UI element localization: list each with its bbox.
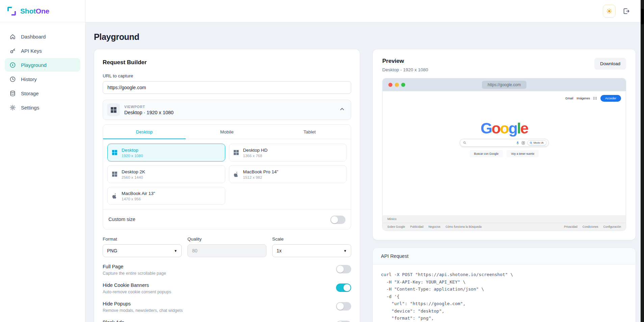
viewport-value: Desktop · 1920 x 1080 [124, 110, 174, 115]
chevron-down-icon: ▼ [174, 249, 177, 253]
microphone-icon [516, 141, 519, 145]
sidebar-item-storage[interactable]: Storage [5, 86, 80, 100]
key-icon [9, 48, 16, 54]
apple-logo-icon [234, 172, 239, 177]
close-window-icon [388, 83, 392, 87]
images-link: Imágenes [576, 97, 590, 100]
full-page-title: Full Page [103, 264, 166, 269]
device-grid: Desktop1920 x 1080 Desktop HD1366 x 768 … [103, 139, 351, 209]
sparkle-search-icon [530, 142, 533, 144]
sidebar-item-playground[interactable]: Playground [5, 58, 80, 72]
google-logo: Google [383, 120, 626, 137]
tab-mobile[interactable]: Mobile [186, 125, 268, 139]
device-option-desktop-2k[interactable]: Desktop 2K2560 x 1440 [107, 165, 225, 183]
google-footer-country: México [383, 215, 626, 223]
quality-label: Quality [187, 237, 266, 242]
theme-toggle-button[interactable] [603, 5, 616, 18]
brand: ShotOne [0, 0, 85, 22]
chevron-up-icon [339, 106, 345, 113]
sidebar-item-api-keys[interactable]: API Keys [5, 44, 80, 57]
preview-card: Preview Desktop - 1920 x 1080 Download h… [372, 49, 636, 240]
device-option-desktop[interactable]: Desktop1920 x 1080 [107, 144, 225, 162]
clock-icon [9, 76, 16, 82]
play-circle-icon [9, 62, 16, 68]
scale-label: Scale [272, 237, 351, 242]
page-title: Playground [94, 31, 636, 43]
custom-size-row: Custom size [103, 209, 351, 229]
tab-tablet[interactable]: Tablet [268, 125, 351, 139]
curl-command: curl -X POST "https://api.shotone.io/scr… [373, 265, 636, 322]
url-input[interactable] [103, 81, 351, 94]
sun-icon [606, 8, 612, 14]
browser-titlebar: https://google.com [383, 78, 626, 91]
feeling-lucky-button: Voy a tener suerte [507, 150, 539, 157]
sidebar-item-settings[interactable]: Settings [5, 101, 80, 114]
viewport-selector[interactable]: VIEWPORT Desktop · 1920 x 1080 [103, 100, 351, 120]
hide-cookie-banners-row: Hide Cookie Banners Auto-remove cookie c… [103, 282, 351, 294]
minimize-window-icon [395, 83, 399, 87]
sidebar-item-label: Playground [21, 62, 47, 68]
block-ads-toggle[interactable] [336, 321, 351, 322]
device-panel: Desktop Mobile Tablet Desktop1920 x 1080… [103, 124, 351, 229]
download-button[interactable]: Download [594, 58, 626, 70]
magnifier-icon [463, 141, 466, 144]
database-icon [9, 90, 16, 97]
home-icon [9, 33, 16, 40]
google-apps-icon [593, 97, 597, 100]
full-page-desc: Capture the entire scrollable page [103, 271, 166, 276]
google-lens-icon [522, 141, 525, 145]
gmail-link: Gmail [565, 97, 573, 100]
format-select[interactable]: PNG ▼ [103, 244, 182, 257]
device-option-macbook-air-13[interactable]: MacBook Air 13"1470 x 956 [107, 187, 225, 205]
request-builder-title: Request Builder [103, 59, 351, 66]
api-request-title: API Request [373, 248, 636, 265]
hide-cookie-banners-title: Hide Cookie Banners [103, 282, 171, 288]
window-scrollbar[interactable] [641, 0, 644, 322]
google-search-bar: Modo IA [460, 139, 549, 147]
full-page-row: Full Page Capture the entire scrollable … [103, 264, 351, 276]
windows-logo-icon [107, 103, 120, 116]
custom-size-toggle[interactable] [330, 216, 345, 224]
hide-cookie-banners-desc: Auto-remove cookie consent popups [103, 290, 171, 294]
google-search-button: Buscar con Google [470, 150, 503, 157]
windows-logo-icon [234, 150, 239, 155]
scale-select[interactable]: 1x ▼ [272, 244, 351, 257]
sidebar-item-history[interactable]: History [5, 72, 80, 86]
windows-logo-icon [112, 172, 117, 177]
preview-subtitle: Desktop - 1920 x 1080 [382, 67, 428, 72]
block-ads-title: Block Ads [103, 320, 175, 322]
custom-size-label: Custom size [108, 217, 135, 222]
device-option-macbook-pro-14[interactable]: MacBook Pro 14"1512 x 982 [229, 165, 347, 183]
logout-button[interactable] [622, 7, 630, 15]
sidebar-item-label: API Keys [21, 48, 42, 54]
ai-mode-button: Modo IA [527, 140, 547, 145]
address-bar: https://google.com [482, 81, 526, 89]
api-request-card: API Request curl -X POST "https://api.sh… [372, 248, 636, 322]
browser-mockup: https://google.com Gmail Imágenes Accede… [382, 78, 626, 231]
traffic-lights [388, 83, 405, 87]
full-page-toggle[interactable] [336, 265, 351, 273]
preview-title: Preview [382, 58, 428, 65]
viewport-label: VIEWPORT [124, 105, 174, 109]
hide-popups-toggle[interactable] [336, 302, 351, 311]
apple-logo-icon [112, 193, 117, 199]
sidebar-item-dashboard[interactable]: Dashboard [5, 30, 80, 43]
topbar [85, 0, 641, 22]
sidebar-item-label: Dashboard [21, 34, 46, 40]
device-option-desktop-hd[interactable]: Desktop HD1366 x 768 [229, 144, 347, 162]
block-ads-row: Block Ads Remove advertisements from the… [103, 320, 351, 322]
sidebar-item-label: Settings [21, 105, 39, 110]
hide-popups-row: Hide Popups Remove modals, newsletters, … [103, 301, 351, 313]
tab-desktop[interactable]: Desktop [103, 125, 186, 139]
google-signin-button: Acceder [600, 95, 621, 102]
logout-icon [622, 7, 630, 15]
gear-icon [9, 104, 16, 111]
quality-input[interactable] [187, 244, 266, 257]
brand-name: ShotOne [20, 7, 49, 15]
device-tabs: Desktop Mobile Tablet [103, 125, 351, 139]
chevron-down-icon: ▼ [343, 249, 347, 253]
hide-cookie-banners-toggle[interactable] [336, 283, 351, 292]
main-content: Playground Request Builder URL to captur… [85, 22, 641, 322]
windows-logo-icon [112, 150, 117, 155]
google-footer: México Sobre Google Publicidad Negocios … [383, 215, 626, 230]
